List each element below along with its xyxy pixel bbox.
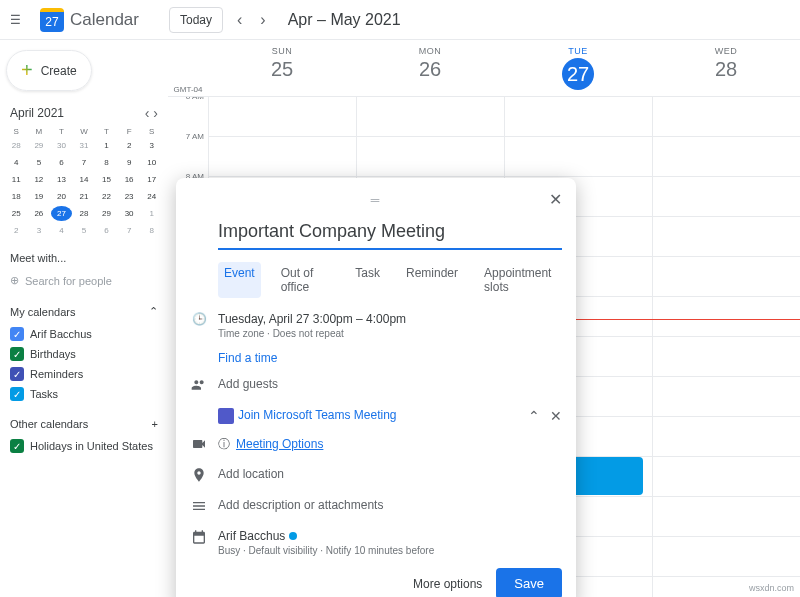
mini-day[interactable]: 21 [74,189,95,204]
event-datetime[interactable]: Tuesday, April 27 3:00pm – 4:00pm [218,312,562,326]
mini-day[interactable]: 11 [6,172,27,187]
save-button[interactable]: Save [496,568,562,597]
calendar-item[interactable]: ✓Arif Bacchus [6,324,162,344]
meeting-options-link[interactable]: Meeting Options [236,437,323,451]
time-slot[interactable] [505,137,652,177]
mini-day[interactable]: 28 [6,138,27,153]
calendar-item[interactable]: ✓Birthdays [6,344,162,364]
checkbox-icon[interactable]: ✓ [10,367,24,381]
day-header[interactable]: TUE27 [504,40,652,96]
mini-day[interactable]: 23 [119,189,140,204]
mini-day[interactable]: 15 [96,172,117,187]
mini-day[interactable]: 25 [6,206,27,221]
time-slot[interactable] [653,497,800,537]
join-teams-link[interactable]: Join Microsoft Teams Meeting [238,408,397,422]
event-type-tab[interactable]: Out of office [275,262,336,298]
calendar-item[interactable]: ✓Holidays in United States [6,436,162,456]
mini-day[interactable]: 29 [96,206,117,221]
event-type-tab[interactable]: Event [218,262,261,298]
mini-day[interactable]: 3 [141,138,162,153]
event-type-tab[interactable]: Task [349,262,386,298]
mini-day[interactable]: 28 [74,206,95,221]
chevron-up-icon[interactable]: ⌃ [149,305,158,318]
create-button[interactable]: + Create [6,50,92,91]
time-slot[interactable] [653,177,800,217]
mini-day[interactable]: 5 [74,223,95,238]
mini-day[interactable]: 30 [51,138,72,153]
day-header[interactable]: MON26 [356,40,504,96]
time-slot[interactable] [653,257,800,297]
next-period-button[interactable]: › [256,7,269,33]
time-slot[interactable] [357,137,504,177]
mini-day[interactable]: 7 [119,223,140,238]
collapse-conference-button[interactable]: ⌃ [528,408,540,424]
mini-day[interactable]: 18 [6,189,27,204]
time-slot[interactable] [653,377,800,417]
organizer-settings[interactable]: Busy · Default visibility · Notify 10 mi… [218,545,562,556]
time-slot[interactable] [653,97,800,137]
today-button[interactable]: Today [169,7,223,33]
app-logo[interactable]: 27 Calendar [40,8,139,32]
hamburger-icon[interactable]: ☰ [10,13,30,27]
mini-day[interactable]: 20 [51,189,72,204]
calendar-item[interactable]: ✓Tasks [6,384,162,404]
checkbox-icon[interactable]: ✓ [10,439,24,453]
mini-day[interactable]: 31 [74,138,95,153]
mini-prev-button[interactable]: ‹ [145,105,150,121]
time-slot[interactable] [653,337,800,377]
time-slot[interactable] [357,97,504,137]
other-calendars-label[interactable]: Other calendars [10,418,88,430]
mini-day[interactable]: 26 [29,206,50,221]
remove-conference-button[interactable]: ✕ [550,408,562,424]
drag-handle-icon[interactable]: ═ [371,193,382,207]
time-slot[interactable] [209,137,356,177]
mini-day[interactable]: 27 [51,206,72,221]
mini-day[interactable]: 24 [141,189,162,204]
mini-day[interactable]: 9 [119,155,140,170]
mini-day[interactable]: 3 [29,223,50,238]
mini-day[interactable]: 14 [74,172,95,187]
mini-day[interactable]: 6 [51,155,72,170]
checkbox-icon[interactable]: ✓ [10,347,24,361]
search-people-input[interactable]: ⊕ Search for people [6,270,162,291]
mini-day[interactable]: 29 [29,138,50,153]
time-slot[interactable] [653,137,800,177]
calendar-item[interactable]: ✓Reminders [6,364,162,384]
mini-day[interactable]: 16 [119,172,140,187]
mini-day[interactable]: 1 [96,138,117,153]
time-slot[interactable] [653,457,800,497]
mini-day[interactable]: 10 [141,155,162,170]
event-type-tab[interactable]: Appointment slots [478,262,562,298]
mini-day[interactable]: 4 [51,223,72,238]
mini-day[interactable]: 8 [96,155,117,170]
mini-day[interactable]: 7 [74,155,95,170]
event-tz-repeat[interactable]: Time zone · Does not repeat [218,328,562,339]
mini-day[interactable]: 12 [29,172,50,187]
mini-next-button[interactable]: › [153,105,158,121]
add-location-input[interactable]: Add location [218,467,562,481]
mini-day[interactable]: 1 [141,206,162,221]
event-title-input[interactable] [218,217,562,250]
mini-day[interactable]: 19 [29,189,50,204]
find-time-link[interactable]: Find a time [218,351,277,365]
add-calendar-icon[interactable]: + [152,418,158,430]
time-slot[interactable] [505,97,652,137]
mini-day[interactable]: 5 [29,155,50,170]
checkbox-icon[interactable]: ✓ [10,327,24,341]
mini-day[interactable]: 22 [96,189,117,204]
mini-day[interactable]: 4 [6,155,27,170]
mini-day[interactable]: 6 [96,223,117,238]
mini-day[interactable]: 17 [141,172,162,187]
checkbox-icon[interactable]: ✓ [10,387,24,401]
add-guests-input[interactable]: Add guests [218,377,562,391]
mini-day[interactable]: 8 [141,223,162,238]
close-dialog-button[interactable]: ✕ [549,190,562,209]
time-slot[interactable] [653,297,800,337]
mini-day[interactable]: 2 [6,223,27,238]
day-column[interactable] [652,97,800,597]
time-slot[interactable] [209,97,356,137]
add-description-input[interactable]: Add description or attachments [218,498,562,512]
time-slot[interactable] [653,537,800,577]
prev-period-button[interactable]: ‹ [233,7,246,33]
day-header[interactable]: SUN25 [208,40,356,96]
